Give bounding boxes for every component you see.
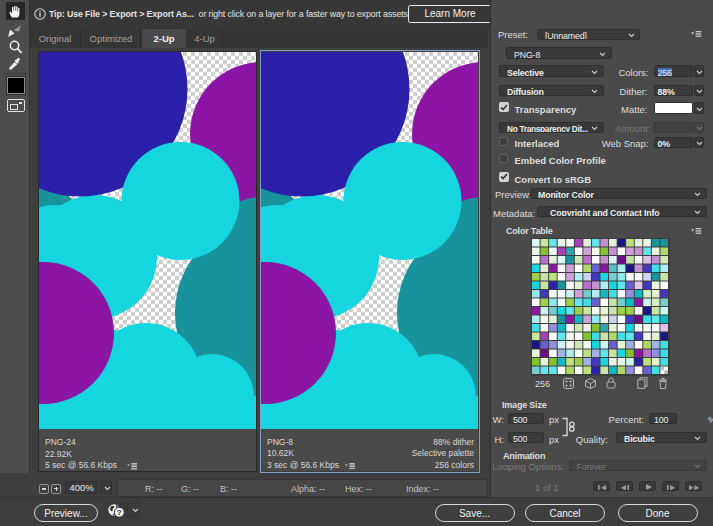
svg-text:?: ? — [116, 508, 121, 517]
